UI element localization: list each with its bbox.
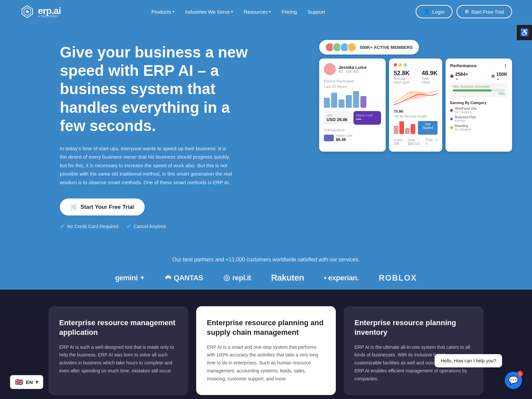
stat-val: 48.9K: [422, 70, 438, 77]
navbar: erp.ai a mal product Products ▾ Industri…: [0, 0, 532, 23]
user-role: AC · JSK 400...: [338, 70, 367, 73]
dashboard-user-card: Jessika Luice AC · JSK 400... Recent Pur…: [319, 59, 386, 152]
performance-metrics: 2584+ ▲ 150K ▲: [450, 71, 507, 80]
perf-change-2: ▲: [496, 77, 507, 80]
accessibility-button[interactable]: ♿: [517, 25, 532, 40]
earn-dot: [450, 118, 453, 120]
perf-change-1: ▲: [455, 77, 468, 80]
stat3-change: +56.8% this year Growth: [394, 115, 438, 118]
metric-2: 150K ▲: [491, 71, 507, 80]
stat-label: Average reach goal: [394, 77, 415, 84]
dashboard-user: Jessika Luice AC · JSK 400...: [324, 63, 381, 75]
nav-industries[interactable]: Industries We Serve ▾: [185, 9, 233, 15]
earning-item: Business Plan Earning: [450, 115, 507, 122]
members-badge: 500K+ ACTIVE MEMBERS: [319, 40, 419, 55]
earn-dot: [450, 126, 453, 129]
cancel-anytime-badge: ✔ Cancel Anytime: [126, 223, 166, 230]
stat-right: 48.9K Total Value: [422, 70, 438, 84]
partner-gemini: gemini ✦: [115, 274, 144, 282]
chat-tooltip: Hello, How can I help you?: [435, 354, 502, 367]
chat-badge: 1: [517, 371, 523, 377]
language-selector[interactable]: 🇬🇧 EN ▾: [10, 375, 43, 389]
partners-section: Our best partners and +11,000 customers …: [0, 247, 532, 290]
feature-card-2: Enterprise resource planning and supply …: [196, 306, 336, 395]
dashboard-mockup: Jessika Luice AC · JSK 400... Recent Pur…: [319, 59, 512, 152]
chevron-down-icon: ▾: [173, 10, 175, 14]
bar: [346, 95, 352, 108]
transaction-row: Master Card $6.49: [324, 134, 381, 142]
bar: [338, 99, 344, 108]
no-credit-card-badge: ✔ No Credit Card Required: [60, 223, 118, 230]
hero-title: Give your business a new speed with ERP …: [60, 43, 259, 135]
avatar: [347, 43, 356, 52]
feature-title-1: Enterprise resource management applicati…: [59, 318, 178, 337]
more-icon: ⋮: [503, 63, 507, 68]
bar-chart: [324, 91, 381, 108]
new-business-label: New Business Innovation: [453, 85, 505, 88]
bar: [331, 93, 337, 108]
hero-description: In today's time of start-ups, everyone w…: [60, 144, 233, 187]
feature-card-1: Enterprise resource management applicati…: [49, 306, 188, 395]
perf-val-2: 150K: [496, 71, 507, 77]
dashboard-performance-card: Performance ⋮ 2584+ ▲ 150K: [446, 59, 512, 152]
hero-section: Give your business a new speed with ERP …: [0, 23, 532, 247]
nav-resources[interactable]: Resources ▾: [244, 9, 271, 15]
flag-icon: 🇬🇧: [15, 378, 23, 386]
cc-card: Master Card ••••: [353, 111, 381, 125]
stat-left: 52.8K Average reach goal: [394, 70, 415, 84]
metric-dot: [450, 74, 454, 78]
progress-pct: 75%: [453, 92, 505, 96]
window-dots: [394, 63, 438, 66]
chat-widget[interactable]: 💬 1: [505, 372, 522, 389]
gear-icon: ⚙: [465, 9, 469, 15]
maximize-dot: [404, 63, 407, 66]
nav-pricing[interactable]: Pricing: [282, 9, 297, 15]
start-trial-button[interactable]: ⚙ Start Free Trial: [457, 5, 512, 18]
chevron-down-icon: ▾: [269, 10, 271, 14]
line-chart: [394, 87, 438, 107]
card-amount: USD 26.8k: [327, 117, 349, 122]
nav-support[interactable]: Support: [308, 9, 325, 15]
hero-content: Give your business a new speed with ERP …: [60, 43, 259, 230]
check-icon: ✔: [126, 223, 131, 230]
earning-title: Earning By Category: [450, 101, 507, 105]
partner-replit: repl.it: [223, 274, 251, 282]
hero-cta-button[interactable]: 🛒 Start Your Free Trial: [60, 199, 145, 215]
earning-item: Branding By Category: [450, 124, 507, 131]
recent-purchased-label: Recent Purchased: [324, 79, 381, 83]
get-started-button[interactable]: Get Started →: [418, 121, 438, 135]
earning-item: Wireframe Kits By Category: [450, 107, 507, 114]
stat-val: 52.8K: [394, 70, 415, 77]
logo-icon: [20, 4, 35, 19]
user-icon: 👤: [424, 9, 430, 15]
member-avatars: [325, 43, 356, 52]
performance-title: Performance ⋮: [450, 63, 507, 68]
stat3-val: 75.9K: [394, 109, 438, 113]
feature-title-2: Enterprise resource planning and supply …: [207, 318, 325, 337]
new-business-badge: New Business Innovation 75%: [450, 83, 507, 97]
brand-sub: a mal product: [38, 14, 61, 18]
bar: [360, 96, 366, 108]
minimize-dot: [399, 63, 402, 66]
nav-products[interactable]: Products ▾: [151, 9, 174, 15]
qantas-icon: [165, 274, 172, 282]
nav-actions: 👤 Login ⚙ Start Free Trial: [416, 5, 512, 18]
hero-dashboard: 500K+ ACTIVE MEMBERS Jessika Luice AC · …: [319, 40, 512, 152]
members-count: 500K+ ACTIVE MEMBERS: [360, 45, 413, 50]
login-button[interactable]: 👤 Login: [416, 5, 453, 18]
table-header-row: Users · 30K Goal · $69,520 Time · 2 h: [394, 137, 438, 147]
bar-chart-2: Get Started →: [394, 121, 438, 135]
svg-point-3: [224, 275, 230, 281]
partner-roblox: ROBLOX: [379, 273, 417, 283]
chevron-down-icon: ▾: [231, 10, 233, 14]
feature-desc-2: ERP AI is a smart and one-stop system th…: [207, 343, 325, 383]
dashboard-center-card: 52.8K Average reach goal 48.9K Total Val…: [389, 59, 442, 152]
stat-label: Total Value: [422, 77, 438, 84]
perf-val-1: 2584+: [455, 71, 468, 77]
feature-title-3: Enterprise resource planning inventory: [354, 318, 473, 337]
partner-experian: • experian.: [324, 274, 359, 282]
cart-icon: 🛒: [70, 203, 77, 210]
avatar: [324, 63, 336, 75]
logo[interactable]: erp.ai a mal product: [20, 4, 61, 19]
partners-logos: gemini ✦ QANTAS repl.it Rakuten • experi…: [20, 273, 512, 283]
